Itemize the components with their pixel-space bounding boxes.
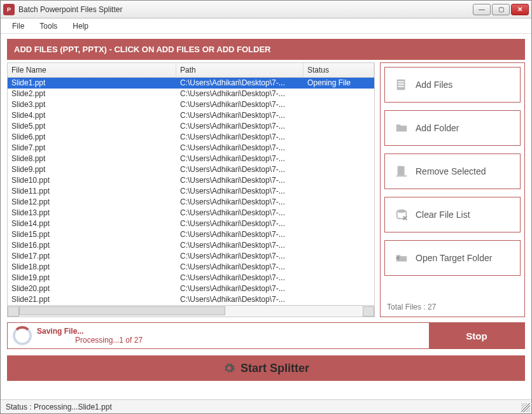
- cell-filename: Slide12.ppt: [8, 197, 176, 208]
- resize-grip-icon[interactable]: [521, 403, 530, 412]
- remove-selected-label: Remove Selected: [416, 166, 486, 176]
- add-files-icon: [394, 77, 409, 92]
- cell-path: C:\Users\Adhikari\Desktop\7-...: [176, 121, 304, 132]
- table-row[interactable]: Slide1.pptC:\Users\Adhikari\Desktop\7-..…: [8, 78, 374, 89]
- maximize-button[interactable]: ▢: [492, 4, 510, 15]
- status-bar: Status : Processing...Slide1.ppt: [1, 399, 531, 413]
- table-row[interactable]: Slide10.pptC:\Users\Adhikari\Desktop\7-.…: [8, 175, 374, 186]
- table-row[interactable]: Slide19.pptC:\Users\Adhikari\Desktop\7-.…: [8, 273, 374, 283]
- app-logo-icon: P: [3, 4, 15, 15]
- cell-status: [304, 132, 374, 143]
- cell-path: C:\Users\Adhikari\Desktop\7-...: [176, 262, 304, 273]
- start-splitter-label: Start Splitter: [241, 362, 309, 375]
- svg-rect-4: [398, 166, 405, 176]
- cell-status: [304, 251, 374, 262]
- progress-panel: Saving File... Processing...1 of 27 Stop: [7, 322, 525, 349]
- column-header-status[interactable]: Status: [304, 63, 374, 77]
- column-header-name[interactable]: File Name: [8, 63, 176, 77]
- menu-bar: File Tools Help: [1, 18, 531, 34]
- status-text: Status : Processing...Slide1.ppt: [6, 403, 112, 411]
- table-row[interactable]: Slide20.pptC:\Users\Adhikari\Desktop\7-.…: [8, 283, 374, 294]
- stop-button[interactable]: Stop: [429, 323, 524, 348]
- add-folder-label: Add Folder: [416, 123, 459, 133]
- cell-filename: Slide5.ppt: [8, 121, 176, 132]
- close-button[interactable]: ✕: [511, 4, 529, 15]
- processing-label: Processing...1 of 27: [37, 336, 429, 345]
- column-header-path[interactable]: Path: [176, 63, 304, 77]
- scroll-right-button[interactable]: [363, 306, 374, 317]
- open-target-button[interactable]: Open Target Folder: [384, 240, 521, 276]
- cell-filename: Slide15.ppt: [8, 229, 176, 240]
- saving-label: Saving File...: [37, 327, 429, 336]
- cell-status: [304, 186, 374, 197]
- table-row[interactable]: Slide18.pptC:\Users\Adhikari\Desktop\7-.…: [8, 262, 374, 273]
- progress-text: Saving File... Processing...1 of 27: [37, 325, 429, 346]
- svg-point-6: [397, 210, 407, 213]
- table-row[interactable]: Slide17.pptC:\Users\Adhikari\Desktop\7-.…: [8, 251, 374, 262]
- svg-rect-5: [396, 175, 407, 176]
- cell-status: [304, 175, 374, 186]
- cell-path: C:\Users\Adhikari\Desktop\7-...: [176, 294, 304, 305]
- table-row[interactable]: Slide21.pptC:\Users\Adhikari\Desktop\7-.…: [8, 294, 374, 305]
- side-panel: Add Files Add Folder Remove Selected Cle…: [380, 62, 525, 317]
- cell-status: [304, 89, 374, 99]
- cell-path: C:\Users\Adhikari\Desktop\7-...: [176, 132, 304, 143]
- cell-path: C:\Users\Adhikari\Desktop\7-...: [176, 89, 304, 99]
- cell-path: C:\Users\Adhikari\Desktop\7-...: [176, 283, 304, 294]
- cell-status: [304, 153, 374, 164]
- title-bar: P Batch Powerpoint Files Splitter ― ▢ ✕: [1, 1, 531, 18]
- cell-path: C:\Users\Adhikari\Desktop\7-...: [176, 240, 304, 251]
- cell-status: [304, 208, 374, 218]
- cell-path: C:\Users\Adhikari\Desktop\7-...: [176, 273, 304, 283]
- table-row[interactable]: Slide14.pptC:\Users\Adhikari\Desktop\7-.…: [8, 218, 374, 229]
- minimize-button[interactable]: ―: [473, 4, 491, 15]
- remove-selected-button[interactable]: Remove Selected: [384, 153, 521, 189]
- cell-path: C:\Users\Adhikari\Desktop\7-...: [176, 251, 304, 262]
- table-row[interactable]: Slide9.pptC:\Users\Adhikari\Desktop\7-..…: [8, 164, 374, 175]
- cell-path: C:\Users\Adhikari\Desktop\7-...: [176, 153, 304, 164]
- clear-list-label: Clear File List: [416, 210, 470, 220]
- cell-path: C:\Users\Adhikari\Desktop\7-...: [176, 78, 304, 89]
- table-row[interactable]: Slide6.pptC:\Users\Adhikari\Desktop\7-..…: [8, 132, 374, 143]
- cell-path: C:\Users\Adhikari\Desktop\7-...: [176, 99, 304, 110]
- cell-path: C:\Users\Adhikari\Desktop\7-...: [176, 197, 304, 208]
- menu-tools[interactable]: Tools: [33, 20, 64, 32]
- table-row[interactable]: Slide12.pptC:\Users\Adhikari\Desktop\7-.…: [8, 197, 374, 208]
- open-target-label: Open Target Folder: [416, 253, 492, 263]
- svg-rect-2: [398, 83, 404, 85]
- table-row[interactable]: Slide11.pptC:\Users\Adhikari\Desktop\7-.…: [8, 186, 374, 197]
- table-row[interactable]: Slide13.pptC:\Users\Adhikari\Desktop\7-.…: [8, 208, 374, 218]
- cell-filename: Slide9.ppt: [8, 164, 176, 175]
- cell-filename: Slide2.ppt: [8, 89, 176, 99]
- cell-status: [304, 197, 374, 208]
- start-splitter-button[interactable]: Start Splitter: [7, 355, 525, 381]
- cell-filename: Slide4.ppt: [8, 110, 176, 121]
- add-folder-icon: [394, 120, 409, 136]
- table-row[interactable]: Slide3.pptC:\Users\Adhikari\Desktop\7-..…: [8, 99, 374, 110]
- table-row[interactable]: Slide4.pptC:\Users\Adhikari\Desktop\7-..…: [8, 110, 374, 121]
- scroll-left-button[interactable]: [8, 306, 19, 317]
- menu-file[interactable]: File: [6, 20, 31, 32]
- horizontal-scrollbar[interactable]: [8, 305, 374, 317]
- cell-filename: Slide18.ppt: [8, 262, 176, 273]
- table-row[interactable]: Slide16.pptC:\Users\Adhikari\Desktop\7-.…: [8, 240, 374, 251]
- open-target-icon: [394, 250, 409, 266]
- table-row[interactable]: Slide2.pptC:\Users\Adhikari\Desktop\7-..…: [8, 89, 374, 99]
- clear-list-button[interactable]: Clear File List: [384, 197, 521, 232]
- table-row[interactable]: Slide7.pptC:\Users\Adhikari\Desktop\7-..…: [8, 143, 374, 153]
- table-row[interactable]: Slide8.pptC:\Users\Adhikari\Desktop\7-..…: [8, 153, 374, 164]
- table-row[interactable]: Slide15.pptC:\Users\Adhikari\Desktop\7-.…: [8, 229, 374, 240]
- table-row[interactable]: Slide5.pptC:\Users\Adhikari\Desktop\7-..…: [8, 121, 374, 132]
- add-files-button[interactable]: Add Files: [384, 67, 521, 103]
- menu-help[interactable]: Help: [66, 20, 95, 32]
- scroll-thumb[interactable]: [19, 306, 225, 315]
- total-files-label: Total Files : 27: [384, 301, 521, 313]
- cell-filename: Slide8.ppt: [8, 153, 176, 164]
- cell-path: C:\Users\Adhikari\Desktop\7-...: [176, 175, 304, 186]
- cell-filename: Slide3.ppt: [8, 99, 176, 110]
- file-list-body[interactable]: Slide1.pptC:\Users\Adhikari\Desktop\7-..…: [8, 78, 374, 305]
- add-folder-button[interactable]: Add Folder: [384, 110, 521, 146]
- cell-status: [304, 294, 374, 305]
- scroll-track[interactable]: [19, 306, 363, 317]
- file-list-panel: File Name Path Status Slide1.pptC:\Users…: [7, 62, 375, 317]
